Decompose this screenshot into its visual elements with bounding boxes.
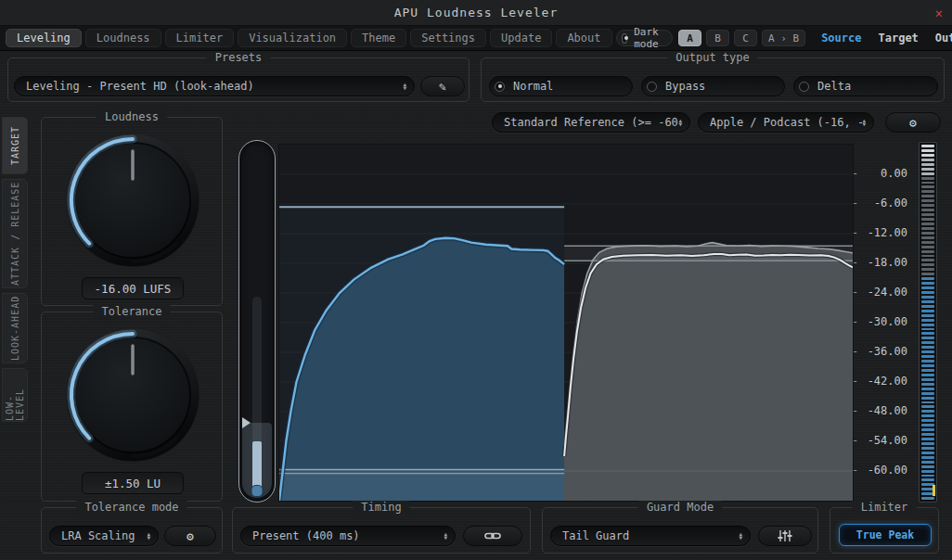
pencil-icon: ✎ <box>439 80 446 94</box>
visualization-settings-button[interactable]: ⚙ <box>885 112 941 133</box>
view-button-target[interactable]: Target <box>873 32 922 45</box>
close-icon[interactable]: ✕ <box>935 6 943 20</box>
preset-dropdown[interactable]: Leveling - Present HD (look-ahead) ▲▼ <box>14 76 415 96</box>
link-icon <box>484 530 501 541</box>
meter-segment <box>921 286 934 289</box>
axis-tick: --36.00 <box>852 344 907 359</box>
reference-dropdown-value: Standard Reference (>= -60) <box>504 116 678 129</box>
stepper-icon: ▲▼ <box>147 532 150 541</box>
meter-segment <box>921 163 934 166</box>
meter-segment <box>921 172 934 175</box>
reference-dropdown[interactable]: Standard Reference (>= -60) ▲▼ <box>492 112 690 133</box>
profile-dropdown[interactable]: Apple / Podcast (-16, -1) ▲▼ <box>698 112 874 133</box>
meter-segment <box>921 332 934 335</box>
side-tab-target[interactable]: TARGET <box>2 117 28 174</box>
tick-dash: - <box>852 404 858 417</box>
ab-button-a-b[interactable]: A › B <box>762 30 805 46</box>
meter-segment <box>921 405 934 408</box>
tick-label: -36.00 <box>868 345 907 358</box>
loudness-group: Loudness -16.00 LUFS <box>41 117 223 306</box>
loudness-value-field[interactable]: -16.00 LUFS <box>82 277 184 299</box>
meter-segment <box>921 360 934 363</box>
tolerance-value-field[interactable]: ±1.50 LU <box>82 472 184 494</box>
side-tab-look-ahead[interactable]: LOOK-AHEAD <box>2 293 28 363</box>
axis-tick: --54.00 <box>852 433 907 448</box>
guard-mode-settings-button[interactable] <box>758 526 812 546</box>
view-button-source[interactable]: Source <box>817 32 866 45</box>
output-type-option-label: Delta <box>817 80 851 93</box>
pill-marker-icon[interactable] <box>242 417 251 428</box>
menu-tab-loudness[interactable]: Loudness <box>85 29 161 47</box>
timing-link-button[interactable] <box>463 526 522 546</box>
meter-segment <box>921 465 934 468</box>
meter-segment <box>921 168 934 171</box>
view-button-output[interactable]: Output <box>931 32 952 45</box>
timing-dropdown-value: Present (400 ms) <box>252 529 444 542</box>
axis-tick: --60.00 <box>852 463 907 477</box>
preset-edit-button[interactable]: ✎ <box>420 76 465 96</box>
menu-tab-about[interactable]: About <box>556 29 611 47</box>
true-peak-button[interactable]: True Peak <box>839 524 932 546</box>
side-tab-low-level[interactable]: LOW-LEVEL <box>2 368 28 422</box>
menu-tab-settings[interactable]: Settings <box>410 29 486 47</box>
meter-segment <box>921 369 934 372</box>
window-title: APU Loudness Leveler <box>394 6 559 19</box>
tolerance-group-label: Tolerance <box>93 305 170 318</box>
tolerance-mode-dropdown[interactable]: LRA Scaling ▲▼ <box>49 526 159 546</box>
tick-label: -30.00 <box>868 315 907 328</box>
meter-segment <box>921 177 934 180</box>
axis-tick: --6.00 <box>852 196 907 210</box>
meter-segment <box>921 263 934 266</box>
ab-button-b[interactable]: B <box>706 30 729 46</box>
menu-tab-update[interactable]: Update <box>490 29 552 47</box>
tolerance-group: Tolerance ±1.50 LU <box>41 312 223 502</box>
tick-label: -54.00 <box>868 434 907 447</box>
menu-tab-visualization[interactable]: Visualization <box>238 29 347 47</box>
loudness-pill-meter[interactable] <box>238 140 276 503</box>
meter-segment <box>921 461 934 464</box>
stepper-icon: ▲▼ <box>403 83 406 91</box>
dark-mode-toggle[interactable]: Dark mode <box>616 30 674 46</box>
timing-dropdown[interactable]: Present (400 ms) ▲▼ <box>240 526 456 546</box>
pill-level-bar <box>252 441 262 490</box>
dark-mode-indicator-icon <box>622 33 628 44</box>
pill-knob[interactable] <box>251 485 264 497</box>
meter-segment <box>921 324 934 326</box>
meter-segment <box>921 452 934 454</box>
meter-segment <box>921 424 934 426</box>
output-type-group: Output type NormalBypassDelta <box>481 57 945 102</box>
output-type-option-delta[interactable]: Delta <box>793 76 938 96</box>
meter-segment <box>921 232 934 235</box>
side-tab-attack-release[interactable]: ATTACK / RELEASE <box>2 179 28 288</box>
guard-mode-dropdown[interactable]: Tail Guard ▲▼ <box>550 526 751 546</box>
output-level-meter <box>919 142 937 503</box>
meter-segment <box>921 419 934 422</box>
meter-segment <box>921 199 934 202</box>
meter-segment <box>921 401 934 404</box>
meter-segment <box>921 227 934 230</box>
output-type-option-normal[interactable]: Normal <box>489 76 633 96</box>
tolerance-mode-group-label: Tolerance mode <box>76 501 187 514</box>
tolerance-knob[interactable] <box>63 325 202 465</box>
tick-label: 0.00 <box>881 167 907 180</box>
meter-segment <box>921 475 934 477</box>
meter-segment <box>921 282 934 285</box>
menu-tab-limiter[interactable]: Limiter <box>165 29 235 47</box>
tick-dash: - <box>852 197 858 210</box>
tolerance-mode-dropdown-value: LRA Scaling <box>61 529 147 542</box>
loudness-knob[interactable] <box>63 131 202 270</box>
radio-indicator-icon <box>495 82 505 92</box>
stepper-icon: ▲▼ <box>678 119 682 127</box>
meter-segment <box>921 428 934 431</box>
ab-button-c[interactable]: C <box>734 30 757 46</box>
meter-segment <box>921 392 934 395</box>
ab-button-a[interactable]: A <box>678 30 701 46</box>
menu-tab-leveling[interactable]: Leveling <box>6 29 82 47</box>
meter-segment <box>921 355 934 358</box>
axis-tick: --30.00 <box>852 314 907 329</box>
presets-group-label: Presets <box>207 51 271 64</box>
menu-tab-theme[interactable]: Theme <box>351 29 406 47</box>
tolerance-mode-settings-button[interactable]: ⚙ <box>164 526 216 546</box>
output-type-option-bypass[interactable]: Bypass <box>641 76 785 96</box>
meter-segment <box>921 388 934 390</box>
